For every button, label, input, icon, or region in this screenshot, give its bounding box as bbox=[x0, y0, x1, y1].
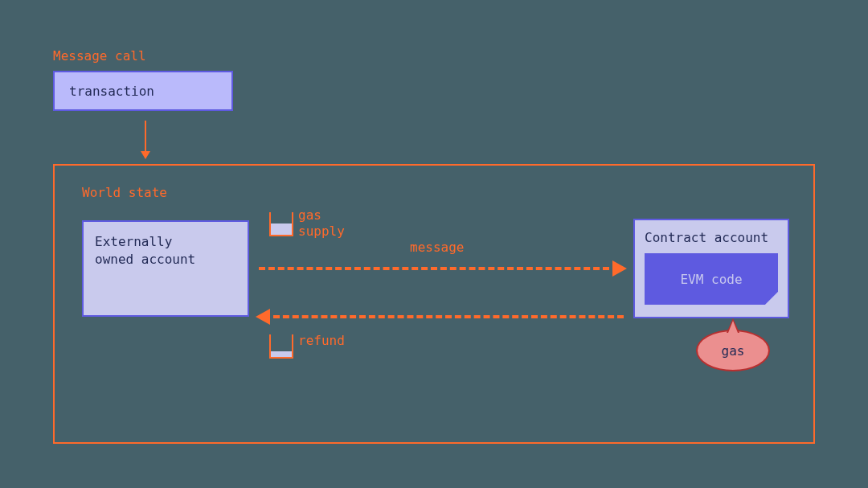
gas-bubble-ellipse: gas bbox=[696, 330, 770, 371]
gas-supply-label: gas supply bbox=[298, 207, 345, 240]
bubble-tail-inner-icon bbox=[728, 321, 738, 333]
refund-label: refund bbox=[298, 333, 345, 348]
eoa-box: Externally owned account bbox=[82, 220, 249, 317]
message-call-title: Message call bbox=[53, 48, 146, 64]
evm-code-block: EVM code bbox=[645, 253, 778, 305]
arrow-message-right-icon bbox=[259, 259, 624, 278]
arrow-return-left-icon bbox=[259, 307, 624, 326]
world-state-box: World state Externally owned account gas… bbox=[53, 164, 815, 444]
dogear-fold-icon bbox=[765, 292, 778, 305]
eoa-label: Externally owned account bbox=[95, 234, 195, 267]
message-label: message bbox=[410, 240, 464, 255]
gas-bubble-label: gas bbox=[722, 343, 745, 359]
contract-account-box: Contract account EVM code bbox=[633, 219, 789, 318]
transaction-box: transaction bbox=[53, 71, 233, 111]
arrow-down-icon bbox=[141, 121, 150, 159]
gas-supply-cup-icon bbox=[269, 212, 293, 236]
transaction-label: transaction bbox=[69, 84, 154, 99]
evm-code-label: EVM code bbox=[680, 272, 742, 287]
refund-cup-icon bbox=[269, 334, 293, 359]
contract-account-title: Contract account bbox=[645, 230, 778, 245]
gas-speech-bubble: gas bbox=[696, 318, 776, 376]
world-state-title: World state bbox=[82, 185, 167, 200]
